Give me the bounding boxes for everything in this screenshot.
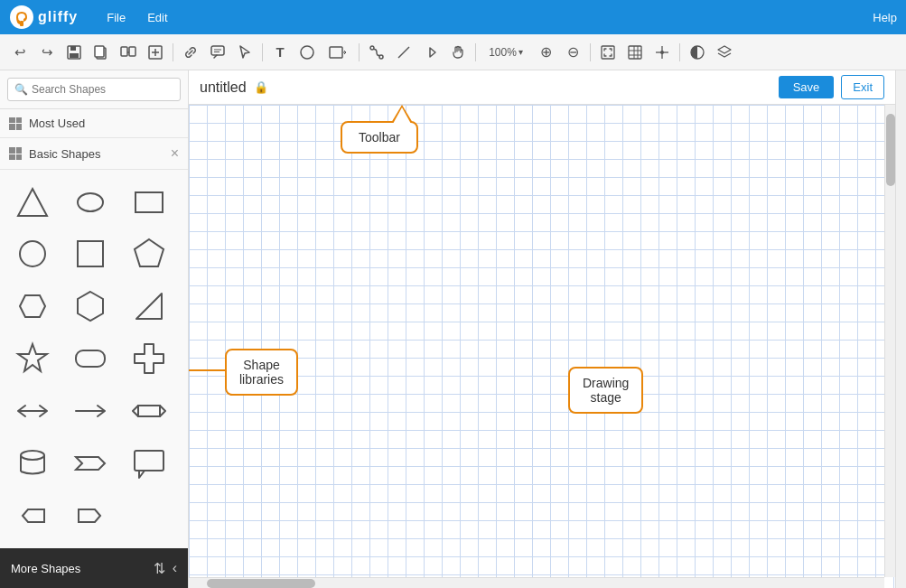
shape-double-arrow[interactable] bbox=[124, 386, 173, 435]
arrow-tool-button[interactable] bbox=[418, 40, 444, 65]
svg-point-40 bbox=[21, 451, 44, 460]
snap-button[interactable] bbox=[649, 40, 675, 65]
help-button[interactable]: Help bbox=[873, 11, 897, 24]
sep-5 bbox=[590, 43, 591, 61]
most-used-section[interactable]: Most Used bbox=[0, 109, 188, 138]
edit-menu[interactable]: Edit bbox=[136, 11, 178, 24]
shape-star[interactable] bbox=[7, 334, 57, 384]
shape-cylinder[interactable] bbox=[7, 438, 57, 488]
shape-arrow-tag-left[interactable] bbox=[7, 490, 57, 540]
save-page-button[interactable] bbox=[61, 40, 87, 65]
rect-tool-button[interactable] bbox=[322, 40, 354, 65]
vertical-scrollbar[interactable] bbox=[884, 105, 895, 577]
move-page-button[interactable] bbox=[116, 40, 141, 65]
line-tool-button[interactable] bbox=[391, 40, 416, 65]
shape-triangle[interactable] bbox=[7, 177, 57, 227]
horizontal-scrollbar[interactable] bbox=[189, 577, 884, 588]
search-input[interactable] bbox=[7, 78, 181, 101]
svg-marker-36 bbox=[78, 292, 103, 321]
lock-icon[interactable]: 🔒 bbox=[254, 80, 268, 94]
undo-button[interactable]: ↩ bbox=[7, 40, 33, 65]
svg-marker-29 bbox=[18, 189, 47, 216]
ellipse-tool-button[interactable] bbox=[294, 40, 320, 65]
toolbar-arrow-inner bbox=[393, 107, 411, 124]
shape-hexagon[interactable] bbox=[66, 282, 116, 331]
save-button[interactable]: Save bbox=[779, 76, 835, 98]
basic-shapes-section[interactable]: Basic Shapes × bbox=[0, 138, 188, 170]
link-button[interactable] bbox=[178, 40, 203, 65]
v-scrollbar-thumb[interactable] bbox=[886, 114, 895, 186]
sep-2 bbox=[262, 43, 263, 61]
svg-rect-1 bbox=[20, 21, 23, 26]
main-area: 🔍 Most Used Basic Shapes × bbox=[0, 70, 906, 588]
sidebar: 🔍 Most Used Basic Shapes × bbox=[0, 70, 189, 588]
app-logo[interactable]: gliffy bbox=[9, 5, 78, 30]
document-title: untitled bbox=[200, 79, 247, 96]
shape-rounded-rect[interactable] bbox=[66, 334, 116, 384]
more-shapes-icons: ⇅ ‹ bbox=[154, 560, 177, 577]
file-menu[interactable]: File bbox=[96, 11, 136, 24]
search-wrapper: 🔍 bbox=[7, 78, 181, 101]
shape-oval[interactable] bbox=[66, 177, 116, 227]
drawing-canvas[interactable]: Toolbar Shapelibraries Drawingstage bbox=[189, 105, 895, 588]
shape-hexagon-flat[interactable] bbox=[7, 282, 57, 331]
more-shapes-bar[interactable]: More Shapes ⇅ ‹ bbox=[0, 548, 188, 588]
shape-right-triangle[interactable] bbox=[124, 282, 173, 331]
zoom-level: 100% bbox=[489, 46, 517, 59]
svg-marker-18 bbox=[430, 48, 435, 57]
shape-square[interactable] bbox=[66, 229, 116, 279]
hand-tool-button[interactable] bbox=[445, 40, 471, 65]
top-navigation: gliffy File Edit Help bbox=[0, 0, 906, 34]
svg-rect-44 bbox=[135, 451, 163, 471]
grid-button[interactable] bbox=[622, 40, 648, 65]
shape-cross[interactable] bbox=[124, 334, 173, 384]
shape-arrow-right[interactable] bbox=[66, 386, 116, 435]
zoom-display[interactable]: 100% ▾ bbox=[481, 40, 531, 65]
svg-point-15 bbox=[370, 46, 374, 50]
more-shapes-label: More Shapes bbox=[11, 562, 80, 575]
basic-shapes-label: Basic Shapes bbox=[29, 147, 101, 161]
shape-callout-rect[interactable] bbox=[124, 438, 173, 488]
layers-button[interactable] bbox=[712, 40, 737, 65]
svg-rect-6 bbox=[95, 46, 104, 57]
section-grid-icon-2 bbox=[9, 147, 22, 160]
exit-button[interactable]: Exit bbox=[841, 75, 884, 99]
shape-arrow-tag-right[interactable] bbox=[66, 490, 116, 540]
comment-button[interactable] bbox=[205, 40, 230, 65]
add-page-button[interactable] bbox=[143, 40, 168, 65]
toolbar-callout: Toolbar bbox=[341, 121, 418, 154]
back-icon[interactable]: ‹ bbox=[173, 560, 177, 577]
svg-marker-37 bbox=[136, 294, 162, 319]
svg-rect-14 bbox=[330, 47, 342, 58]
sep-1 bbox=[173, 43, 173, 61]
svg-marker-45 bbox=[139, 471, 145, 478]
zoom-out-button[interactable]: ⊖ bbox=[560, 40, 585, 65]
svg-rect-3 bbox=[70, 46, 76, 51]
shape-arrow-left-right[interactable] bbox=[7, 386, 57, 435]
shape-chevron[interactable] bbox=[66, 438, 116, 488]
theme-button[interactable] bbox=[685, 40, 710, 65]
fit-page-button[interactable] bbox=[595, 40, 621, 65]
expand-icon[interactable]: ⇅ bbox=[154, 560, 165, 577]
shapes-grid bbox=[0, 170, 188, 548]
h-scrollbar-thumb[interactable] bbox=[207, 579, 315, 588]
svg-marker-38 bbox=[18, 344, 47, 371]
shape-pentagon[interactable] bbox=[124, 229, 173, 279]
close-basic-shapes[interactable]: × bbox=[171, 145, 179, 162]
svg-rect-39 bbox=[76, 350, 105, 367]
redo-button[interactable]: ↪ bbox=[34, 40, 60, 65]
copy-page-button[interactable] bbox=[89, 40, 114, 65]
shape-rect[interactable] bbox=[124, 177, 173, 227]
shape-circle[interactable] bbox=[7, 229, 57, 279]
sep-4 bbox=[475, 43, 476, 61]
right-scroll-panel bbox=[895, 70, 906, 588]
zoom-in-button[interactable]: ⊕ bbox=[533, 40, 558, 65]
svg-marker-46 bbox=[23, 509, 44, 522]
svg-rect-7 bbox=[121, 47, 127, 56]
svg-marker-43 bbox=[76, 457, 105, 470]
canvas-area: Toolbar Shapelibraries Drawingstage bbox=[189, 105, 895, 588]
pointer-button[interactable] bbox=[232, 40, 257, 65]
text-tool-button[interactable]: T bbox=[267, 40, 293, 65]
svg-rect-31 bbox=[135, 192, 163, 212]
connector-button[interactable] bbox=[364, 40, 389, 65]
